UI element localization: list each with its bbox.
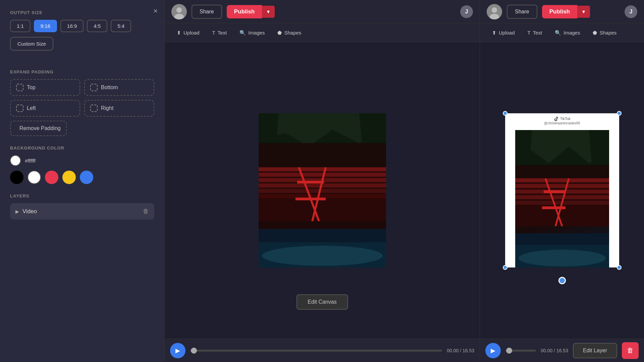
right-text-button[interactable]: T Text (522, 27, 548, 38)
right-share-button[interactable]: Share (507, 5, 537, 19)
remove-padding-label: Remove Padding (19, 125, 61, 131)
right-preview-frame: TikTok @christinaantoniades96 (505, 113, 619, 267)
layer-delete-button[interactable]: 🗑 (143, 208, 149, 215)
handle-bottom-left[interactable] (503, 265, 507, 270)
expand-left-button[interactable]: Left (10, 100, 80, 117)
right-upload-label: Upload (499, 30, 515, 36)
right-play-button[interactable]: ▶ (485, 343, 501, 358)
right-upload-button[interactable]: ⬆ Upload (487, 27, 520, 39)
right-publish-group: Publish ▼ (542, 5, 590, 18)
expand-left-icon (16, 105, 23, 112)
right-publish-arrow[interactable]: ▼ (577, 6, 590, 18)
color-hex-value: #ffffff (25, 158, 36, 164)
upload-label: Upload (183, 30, 200, 36)
delete-layer-button[interactable]: 🗑 (622, 342, 639, 359)
color-swatches (10, 171, 154, 184)
svg-rect-38 (544, 190, 566, 193)
background-color-row: #ffffff (10, 155, 154, 166)
tiktok-brand: TikTok (553, 117, 571, 121)
trash-icon: 🗑 (627, 347, 634, 354)
middle-canvas-area: Edit Canvas (165, 42, 480, 339)
handle-top-right[interactable] (617, 111, 622, 116)
svg-rect-32 (515, 184, 609, 188)
middle-timeline-thumb[interactable] (191, 348, 197, 354)
swatch-yellow[interactable] (62, 171, 76, 184)
middle-shapes-button[interactable]: ⬟ Shapes (272, 27, 307, 39)
color-preview-circle[interactable] (10, 155, 21, 166)
svg-rect-31 (515, 178, 609, 182)
text-label: Text (218, 30, 227, 36)
svg-rect-17 (297, 181, 324, 183)
middle-time-display: 00.00 / 16.53 (447, 348, 474, 353)
svg-point-21 (262, 246, 383, 266)
expand-top-button[interactable]: Top (10, 79, 80, 96)
custom-size-button[interactable]: Custom Size (10, 37, 53, 51)
right-shapes-icon: ⬟ (593, 30, 597, 36)
size-1-1[interactable]: 1:1 (10, 20, 31, 32)
middle-text-button[interactable]: T Text (207, 27, 232, 38)
size-9-16[interactable]: 9:16 (34, 20, 57, 32)
handle-bottom-right[interactable] (617, 265, 622, 270)
right-user-badge: J (625, 5, 637, 18)
expand-padding-grid: Top Bottom Left Right (10, 79, 154, 117)
middle-top-bar: Share Publish ▼ J (165, 0, 480, 23)
middle-upload-button[interactable]: ⬆ Upload (171, 27, 205, 39)
right-timeline-thumb[interactable] (506, 348, 512, 354)
size-16-9[interactable]: 16:9 (60, 20, 84, 32)
right-upload-icon: ⬆ (492, 30, 496, 36)
svg-rect-10 (259, 173, 386, 177)
right-timeline[interactable] (505, 350, 536, 352)
middle-scene (259, 113, 386, 267)
middle-images-button[interactable]: 🔍 Images (234, 27, 270, 39)
expand-bottom-button[interactable]: Bottom (84, 79, 154, 96)
swatch-black[interactable] (10, 171, 23, 184)
swatch-white[interactable] (28, 171, 41, 184)
swatch-red[interactable] (45, 171, 58, 184)
right-panel: Share Publish ▼ J ⬆ Upload T Text 🔍 Imag… (480, 0, 644, 362)
svg-rect-34 (515, 195, 609, 199)
middle-share-button[interactable]: Share (192, 5, 222, 19)
output-size-label: OUTPUT SIZE (10, 10, 154, 15)
text-icon: T (212, 30, 215, 36)
edit-canvas-button[interactable]: Edit Canvas (296, 294, 348, 310)
left-panel: × OUTPUT SIZE 1:1 9:16 16:9 4:5 5:4 Cust… (0, 0, 164, 362)
middle-canvas-preview (259, 113, 386, 267)
middle-bottom-bar: ▶ 00.00 / 16.53 (165, 339, 480, 362)
middle-toolbar: ⬆ Upload T Text 🔍 Images ⬟ Shapes (165, 23, 480, 42)
right-shapes-button[interactable]: ⬟ Shapes (587, 27, 622, 39)
middle-publish-arrow[interactable]: ▼ (262, 6, 275, 18)
layer-video[interactable]: ▶ Video 🗑 (10, 203, 154, 220)
right-text-icon: T (528, 30, 531, 36)
right-time-display: 00.00 / 16.53 (541, 348, 568, 353)
handle-top-left[interactable] (503, 111, 507, 116)
remove-padding-button[interactable]: Remove Padding (10, 121, 67, 136)
middle-timeline[interactable] (190, 350, 442, 352)
right-canvas-area: TikTok @christinaantoniades96 (480, 42, 644, 339)
swatch-blue[interactable] (80, 171, 93, 184)
expand-padding-label: EXPAND PADDING (10, 69, 154, 74)
handle-rotate[interactable] (558, 277, 566, 284)
size-4-5[interactable]: 4:5 (87, 20, 107, 32)
middle-publish-button[interactable]: Publish (227, 5, 262, 18)
close-button[interactable]: × (153, 7, 158, 15)
edit-layer-button[interactable]: Edit Layer (573, 343, 617, 358)
right-avatar (487, 4, 502, 19)
expand-right-icon (90, 105, 98, 112)
svg-point-42 (519, 249, 606, 266)
right-images-label: Images (564, 30, 580, 36)
middle-user-badge: J (460, 5, 473, 18)
right-images-button[interactable]: 🔍 Images (549, 27, 585, 39)
middle-avatar (171, 4, 187, 19)
middle-play-button[interactable]: ▶ (170, 343, 185, 358)
expand-top-icon (16, 84, 23, 91)
expand-right-button[interactable]: Right (84, 100, 154, 117)
upload-icon: ⬆ (177, 30, 181, 36)
right-publish-button[interactable]: Publish (542, 5, 577, 18)
right-toolbar: ⬆ Upload T Text 🔍 Images ⬟ Shapes (480, 23, 644, 42)
right-images-icon: 🔍 (555, 30, 561, 36)
expand-left-label: Left (27, 105, 36, 111)
size-5-4[interactable]: 5:4 (111, 20, 131, 32)
images-icon: 🔍 (239, 30, 246, 36)
svg-point-1 (176, 7, 182, 13)
right-top-bar: Share Publish ▼ J (480, 0, 644, 23)
